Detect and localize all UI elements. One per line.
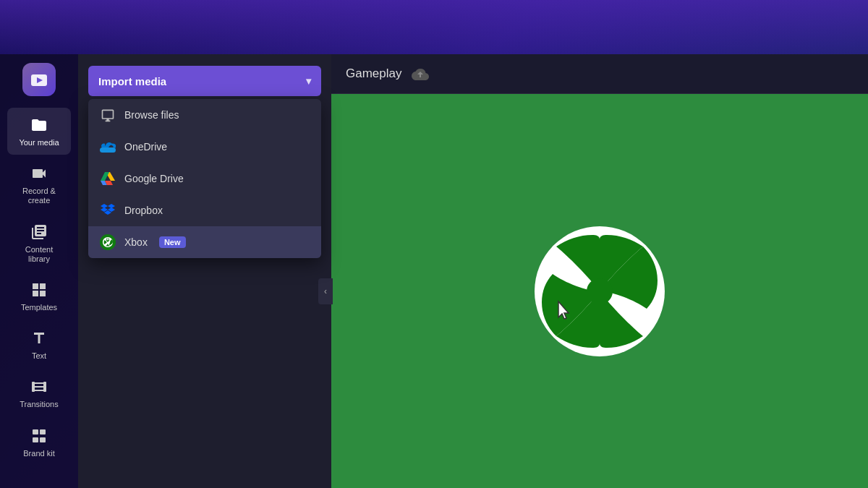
svg-rect-5 bbox=[40, 429, 46, 435]
preview-header: Gameplay bbox=[331, 54, 868, 94]
sidebar-item-record-create[interactable]: Record &create bbox=[7, 156, 71, 213]
svg-rect-6 bbox=[40, 437, 46, 442]
preview-area: Gameplay bbox=[331, 54, 868, 488]
sidebar-item-content-library-label: Contentlibrary bbox=[25, 245, 54, 264]
sidebar-item-content-library[interactable]: Contentlibrary bbox=[7, 215, 71, 271]
content-library-icon bbox=[29, 222, 49, 242]
dropdown-item-onedrive[interactable]: OneDrive bbox=[88, 131, 321, 163]
google-drive-icon bbox=[100, 171, 116, 187]
folder-icon bbox=[29, 115, 49, 135]
chevron-down-icon: ▾ bbox=[306, 75, 311, 87]
svg-rect-3 bbox=[43, 382, 46, 392]
app-container: Your media Record &create Contentl bbox=[0, 0, 868, 488]
sidebar-item-text[interactable]: Text bbox=[7, 321, 71, 368]
preview-content: ‹ bbox=[331, 94, 868, 488]
dropdown-item-google-drive[interactable]: Google Drive bbox=[88, 163, 321, 194]
dropbox-label: Dropbox bbox=[124, 205, 163, 216]
sidebar: Your media Record &create Contentl bbox=[0, 54, 78, 488]
sidebar-item-your-media[interactable]: Your media bbox=[7, 108, 71, 155]
sidebar-item-your-media-label: Your media bbox=[19, 138, 59, 147]
dropdown-item-browse-files[interactable]: Browse files bbox=[88, 99, 321, 131]
svg-rect-4 bbox=[33, 437, 38, 442]
import-dropdown-menu: Browse files OneDrive bbox=[88, 99, 321, 258]
sidebar-item-text-label: Text bbox=[32, 351, 46, 361]
monitor-icon bbox=[100, 107, 116, 123]
onedrive-label: OneDrive bbox=[124, 141, 167, 153]
sidebar-item-brand-kit-label: Brand kit bbox=[23, 449, 54, 458]
xbox-label: Xbox bbox=[124, 236, 148, 248]
dropbox-icon bbox=[100, 202, 116, 218]
transitions-icon bbox=[29, 377, 49, 397]
xbox-new-badge: New bbox=[159, 236, 186, 248]
content-panel: Import media ▾ Browse files bbox=[78, 54, 331, 488]
gameplay-tab[interactable]: Gameplay bbox=[346, 67, 401, 81]
xbox-logo-preview bbox=[527, 219, 672, 364]
cloud-icon[interactable] bbox=[410, 64, 430, 84]
svg-marker-10 bbox=[101, 172, 109, 181]
record-icon bbox=[29, 163, 49, 184]
dropdown-item-dropbox[interactable]: Dropbox bbox=[88, 194, 321, 226]
sidebar-item-templates-label: Templates bbox=[21, 303, 57, 312]
top-bar bbox=[0, 0, 868, 54]
import-media-label: Import media bbox=[98, 75, 166, 87]
collapse-panel-button[interactable]: ‹ bbox=[318, 278, 333, 304]
svg-point-20 bbox=[587, 278, 613, 304]
text-icon bbox=[29, 328, 49, 348]
sidebar-item-brand-kit[interactable]: Brand kit bbox=[7, 419, 71, 466]
brand-kit-icon bbox=[29, 426, 49, 446]
svg-rect-2 bbox=[32, 382, 35, 392]
sidebar-item-transitions-label: Transitions bbox=[20, 400, 58, 409]
import-media-bar: Import media ▾ bbox=[78, 54, 331, 103]
app-logo[interactable] bbox=[22, 63, 56, 96]
svg-rect-8 bbox=[100, 147, 116, 153]
collapse-arrow-icon: ‹ bbox=[324, 286, 327, 296]
import-media-button[interactable]: Import media ▾ bbox=[88, 66, 321, 96]
sidebar-item-templates[interactable]: Templates bbox=[7, 273, 71, 320]
svg-rect-7 bbox=[33, 429, 38, 435]
sidebar-item-transitions[interactable]: Transitions bbox=[7, 369, 71, 416]
browse-files-label: Browse files bbox=[124, 109, 179, 121]
xbox-icon bbox=[100, 234, 116, 250]
google-drive-label: Google Drive bbox=[124, 173, 184, 184]
onedrive-icon bbox=[100, 139, 116, 155]
main-area: Your media Record &create Contentl bbox=[0, 54, 868, 488]
dropdown-item-xbox[interactable]: Xbox New bbox=[88, 226, 321, 258]
templates-icon bbox=[29, 280, 49, 300]
sidebar-item-record-create-label: Record &create bbox=[22, 187, 56, 205]
